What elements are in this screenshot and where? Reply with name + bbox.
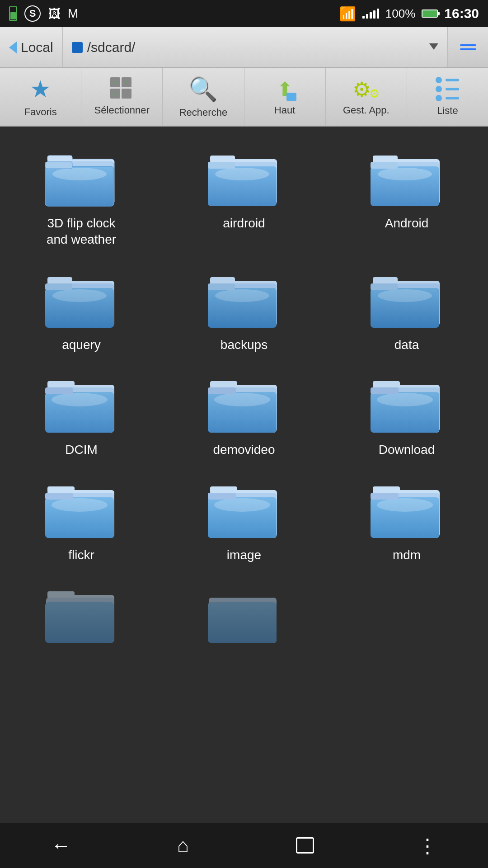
svg-point-22 (52, 289, 107, 302)
svg-point-40 (52, 393, 108, 406)
folder-image[interactable]: image (163, 467, 325, 572)
haut-label: Haut (274, 104, 295, 116)
status-right: 📶 100% 16:30 (339, 6, 479, 22)
svg-rect-59 (45, 493, 73, 500)
menu-button[interactable] (447, 27, 488, 67)
folder-icon (208, 376, 280, 434)
svg-rect-75 (45, 602, 114, 643)
svg-point-28 (215, 289, 269, 302)
toolbar-gest-app[interactable]: ⚙ ⚙ Gest. App. (326, 68, 407, 126)
svg-rect-13 (373, 156, 398, 162)
svg-rect-5 (45, 162, 72, 169)
toolbar-recherche[interactable]: 🔍 Recherche (163, 68, 244, 126)
folder-name: airdroid (223, 215, 265, 231)
svg-point-58 (52, 498, 108, 512)
folder-icon (45, 271, 117, 330)
folder-icon (208, 271, 280, 330)
folder-name: image (227, 547, 261, 563)
svg-point-46 (214, 393, 270, 406)
folder-name: mdm (393, 547, 421, 563)
svg-point-64 (214, 498, 270, 512)
folder-mdm[interactable]: mdm (325, 467, 488, 572)
folder-download[interactable]: Download (325, 362, 488, 467)
folder-name: Download (379, 442, 435, 458)
svg-rect-31 (373, 277, 398, 283)
file-grid: 3D flip clockand weather (0, 127, 488, 663)
folder-name: flickr (68, 547, 94, 563)
svg-rect-71 (371, 493, 399, 500)
svg-rect-11 (208, 162, 235, 169)
gear-icon: ⚙ ⚙ (352, 77, 380, 101)
svg-rect-55 (47, 486, 75, 493)
svg-point-10 (215, 168, 269, 180)
recherche-label: Recherche (179, 107, 227, 118)
svg-point-70 (377, 498, 433, 512)
liste-label: Liste (437, 105, 458, 117)
star-icon: ★ (30, 75, 51, 103)
folder-icon (45, 149, 117, 208)
folder-backups[interactable]: backups (163, 257, 325, 362)
bottom-nav: ← ⌂ ⋮ (0, 823, 488, 868)
svg-rect-35 (371, 283, 398, 290)
status-bar: S 🖼 M 📶 100% 16:30 (0, 0, 488, 27)
recent-apps-button[interactable] (287, 827, 323, 863)
gest-app-label: Gest. App. (343, 104, 389, 116)
svg-rect-1 (47, 156, 72, 162)
folder-partial-2[interactable] (163, 572, 325, 654)
folder-flickr[interactable]: flickr (0, 467, 163, 572)
folder-aquery[interactable]: aquery (0, 257, 163, 362)
path-dropdown-icon[interactable] (429, 43, 438, 52)
svg-rect-23 (45, 283, 72, 290)
folder-airdroid[interactable]: airdroid (163, 136, 325, 257)
svg-point-52 (377, 393, 433, 406)
folder-3d-flip-clock[interactable]: 3D flip clockand weather (0, 136, 163, 257)
svg-rect-53 (371, 387, 399, 394)
folder-dcim[interactable]: DCIM (0, 362, 163, 467)
folder-data[interactable]: data (325, 257, 488, 362)
favoris-label: Favoris (24, 106, 57, 118)
wifi-icon: 📶 (339, 6, 356, 22)
folder-icon (45, 481, 117, 540)
svg-rect-7 (210, 156, 235, 162)
home-button[interactable]: ⌂ (165, 827, 201, 863)
toolbar-selectionner[interactable]: ✓ ✓ ✓ Sélectionner (81, 68, 163, 126)
svg-rect-19 (47, 277, 72, 283)
svg-rect-77 (208, 602, 277, 643)
svg-rect-49 (373, 381, 400, 387)
battery-percent: 100% (385, 7, 416, 21)
back-button[interactable]: ← (43, 827, 79, 863)
svg-rect-73 (47, 591, 75, 598)
folder-icon (371, 271, 443, 330)
folder-android[interactable]: Android (325, 136, 488, 257)
folder-icon (371, 376, 443, 434)
toolbar-favoris[interactable]: ★ Favoris (0, 68, 81, 126)
folder-demovideo[interactable]: demovideo (163, 362, 325, 467)
folder-name: aquery (62, 337, 101, 353)
folder-icon (371, 481, 443, 540)
svg-rect-61 (210, 486, 237, 493)
folder-partial-1[interactable] (0, 572, 163, 654)
path-text: /sdcard/ (87, 40, 136, 55)
status-left: S 🖼 M (9, 5, 78, 22)
svg-rect-47 (208, 387, 236, 394)
photo-icon: 🖼 (48, 6, 61, 21)
selectionner-label: Sélectionner (94, 104, 150, 116)
local-button[interactable]: Local (0, 27, 63, 67)
small-battery-icon (9, 6, 17, 21)
folder-icon (45, 586, 117, 645)
svg-point-4 (52, 168, 107, 180)
svg-rect-25 (210, 277, 235, 283)
content-area: 3D flip clockand weather (0, 127, 488, 823)
toolbar-liste[interactable]: Liste (407, 68, 488, 126)
path-bar[interactable]: /sdcard/ (63, 40, 447, 55)
svg-point-34 (378, 289, 432, 302)
svg-rect-43 (210, 381, 237, 387)
toolbar-haut[interactable]: ⬆ Haut (244, 68, 326, 126)
folder-icon (208, 149, 280, 208)
folder-name: DCIM (65, 442, 98, 458)
folder-name: 3D flip clockand weather (47, 215, 116, 248)
folder-name: backups (221, 337, 267, 353)
more-options-button[interactable]: ⋮ (409, 827, 445, 863)
folder-name: demovideo (213, 442, 275, 458)
svg-rect-17 (371, 162, 398, 169)
